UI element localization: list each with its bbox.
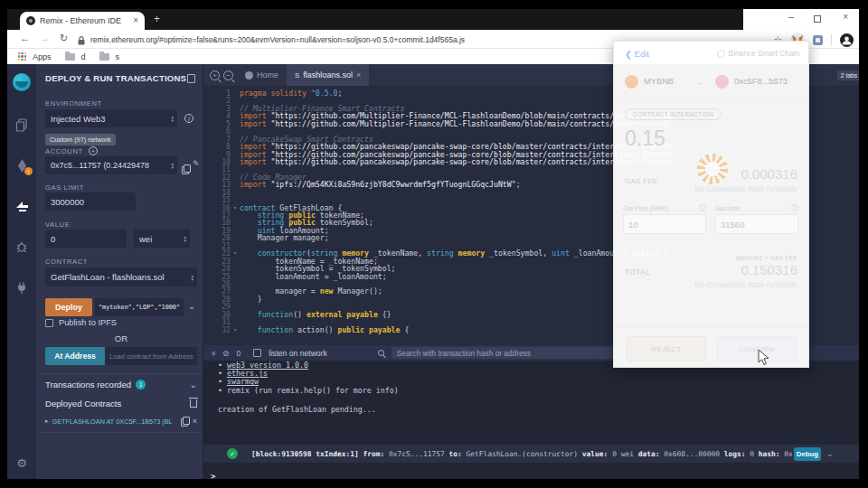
tab-close-icon[interactable]: × xyxy=(133,16,138,25)
environment-info-icon[interactable]: i xyxy=(184,114,193,123)
value-label: VALUE xyxy=(45,221,70,229)
panel-title-icon xyxy=(187,74,195,83)
copy-address-icon[interactable] xyxy=(181,417,189,426)
popup-divider xyxy=(614,98,808,99)
deployed-contract-item[interactable]: ▸ GETFLASHLOAN AT 0XC5F...1B573 (BL × xyxy=(45,417,197,426)
file-explorer-icon[interactable] xyxy=(14,117,29,132)
folder-icon[interactable] xyxy=(99,53,109,61)
debugger-icon[interactable] xyxy=(14,239,29,254)
deploy-button[interactable]: Deploy xyxy=(45,298,92,316)
deployed-contracts-row: Deployed Contracts xyxy=(45,399,197,408)
at-address-button[interactable]: At Address xyxy=(45,347,105,365)
environment-select[interactable]: Injected Web3 ▴▾ xyxy=(45,109,177,127)
value-unit: wei xyxy=(139,234,152,244)
copy-account-icon[interactable] xyxy=(182,164,190,174)
terminal-search-input[interactable] xyxy=(392,347,634,359)
url-bar[interactable]: remix.ethereum.org/#optimize=false&runs=… xyxy=(90,35,465,44)
folder-icon[interactable] xyxy=(65,53,75,61)
network-indicator: Binance Smart Chain xyxy=(717,49,799,58)
zoom-out-icon[interactable]: − xyxy=(223,70,233,80)
sender-avatar xyxy=(625,75,638,89)
account-value: 0x7c5...11757 (0.24429478 xyxy=(51,161,149,170)
solidity-compiler-icon[interactable]: ! xyxy=(14,158,29,173)
confirm-button[interactable]: CONFIRM xyxy=(717,336,797,361)
value-input[interactable]: 0 xyxy=(45,230,127,248)
metamask-edit-link[interactable]: ❮ Edit xyxy=(625,49,649,59)
transactions-recorded-row[interactable]: Transactions recorded 1 ⌄ xyxy=(45,380,197,389)
or-label: OR xyxy=(45,333,197,343)
apps-label[interactable]: Apps xyxy=(33,52,52,61)
remix-home-icon xyxy=(245,71,253,80)
account-add-icon[interactable]: + xyxy=(89,146,98,155)
gas-price-field[interactable]: Gas Price (GWEI)i 10 xyxy=(623,204,706,234)
reload-icon[interactable]: ↻ xyxy=(60,33,68,43)
at-address-input[interactable]: Load contract from Address xyxy=(105,347,197,365)
select-caret-icon: ▴▾ xyxy=(171,162,174,169)
home-tab-label: Home xyxy=(257,70,278,80)
settings-gear-icon[interactable]: ⚙ xyxy=(7,456,36,470)
apps-grid-icon[interactable] xyxy=(18,52,26,61)
transaction-row[interactable]: ✓ [block:9130598 txIndex:1] from: 0x7c5.… xyxy=(203,445,859,463)
listen-network-checkbox[interactable] xyxy=(253,349,261,357)
value-unit-select[interactable]: wei ▴▾ xyxy=(134,230,190,248)
debug-button[interactable]: Debug xyxy=(794,447,821,461)
window-close-button[interactable]: × xyxy=(843,12,848,22)
deploy-expand-icon[interactable]: ⌄ xyxy=(188,302,195,311)
publish-ipfs-label: Publish to IPFS xyxy=(59,318,117,327)
edit-account-icon[interactable]: ✎ xyxy=(193,160,200,168)
gas-fee-value: 0.000316 xyxy=(741,166,797,182)
trash-icon[interactable] xyxy=(190,399,197,408)
arrow-right-icon: → xyxy=(693,77,703,87)
chevron-down-icon[interactable]: ⌄ xyxy=(190,380,197,389)
gas-price-input[interactable]: 10 xyxy=(623,214,706,234)
close-tab-icon[interactable]: × xyxy=(356,70,361,80)
gas-limit-input[interactable]: 3000000 xyxy=(45,192,136,211)
panel-divider xyxy=(36,373,203,374)
window-maximize-button[interactable] xyxy=(814,15,821,23)
plugin-manager-icon[interactable] xyxy=(14,280,29,295)
tab-home[interactable]: Home xyxy=(237,64,287,86)
deploy-args-input[interactable]: "mytoken","LOP","1000" xyxy=(95,298,184,316)
no-rate-text: No Conversion Rate Available xyxy=(694,184,797,193)
pending-line: creation of GetFlashLoan pending... xyxy=(218,405,376,414)
expand-item-icon[interactable]: ▸ xyxy=(45,418,49,425)
gas-limit-input[interactable]: 31560 xyxy=(715,214,798,234)
forward-icon[interactable]: → xyxy=(40,33,50,43)
zoom-in-icon[interactable]: + xyxy=(210,70,220,80)
terminal-expand-icon[interactable]: « xyxy=(209,351,218,355)
publish-ipfs-checkbox[interactable] xyxy=(45,319,53,327)
remix-logo-icon[interactable] xyxy=(13,73,31,91)
loading-spinner-icon xyxy=(697,154,728,184)
browser-extension-icon[interactable] xyxy=(813,35,823,45)
browser-tab[interactable]: Remix - Ethereum IDE × xyxy=(20,12,145,30)
account-select[interactable]: 0x7c5...11757 (0.24429478 ▴▾ xyxy=(45,156,177,174)
terminal-log: • web3 version 1.0.0• ethers.js• swarmgw… xyxy=(218,361,399,395)
deploy-run-icon[interactable] xyxy=(14,199,29,213)
contract-interaction-badge: CONTRACT INTERACTION xyxy=(625,108,722,120)
tabs-count-badge: 2 tabs xyxy=(837,70,859,80)
network-badge: Custom (97) network xyxy=(45,134,116,145)
new-tab-button[interactable]: + xyxy=(154,13,160,25)
contract-label: CONTRACT xyxy=(45,258,88,266)
environment-label: ENVIRONMENT xyxy=(45,99,102,108)
bookmark-folder-d[interactable]: d xyxy=(81,52,86,61)
back-icon[interactable]: ← xyxy=(20,33,30,43)
network-dot-icon xyxy=(717,50,725,58)
tab-flashloans[interactable]: S flashloans.sol × xyxy=(287,64,369,86)
remove-contract-icon[interactable]: × xyxy=(193,418,197,426)
profile-avatar[interactable] xyxy=(840,33,854,47)
deployed-contract-name: GETFLASHLOAN AT 0XC5F...1B573 (BL xyxy=(52,418,177,426)
expand-tx-icon[interactable]: ⌄ xyxy=(826,449,834,458)
gas-limit-field[interactable]: Gas Limiti 31560 xyxy=(715,204,798,234)
tab-title: Remix - Ethereum IDE xyxy=(40,16,128,25)
terminal-prompt[interactable]: > xyxy=(211,472,215,479)
environment-value: Injected Web3 xyxy=(51,114,106,124)
reject-button[interactable]: REJECT xyxy=(627,336,706,361)
clear-console-icon[interactable]: ⊘ xyxy=(222,349,230,358)
window-minimize-button[interactable]: – xyxy=(788,11,794,22)
gas-price-label: Gas Price (GWEI) xyxy=(623,205,668,211)
bookmark-folder-s[interactable]: s xyxy=(116,52,120,61)
contract-select[interactable]: GetFlashLoan - flashloans.sol ▴▾ xyxy=(45,267,197,286)
gas-limit-label: GAS LIMIT xyxy=(45,183,84,192)
deploy-run-panel: DEPLOY & RUN TRANSACTIONS ENVIRONMENT In… xyxy=(36,64,203,479)
